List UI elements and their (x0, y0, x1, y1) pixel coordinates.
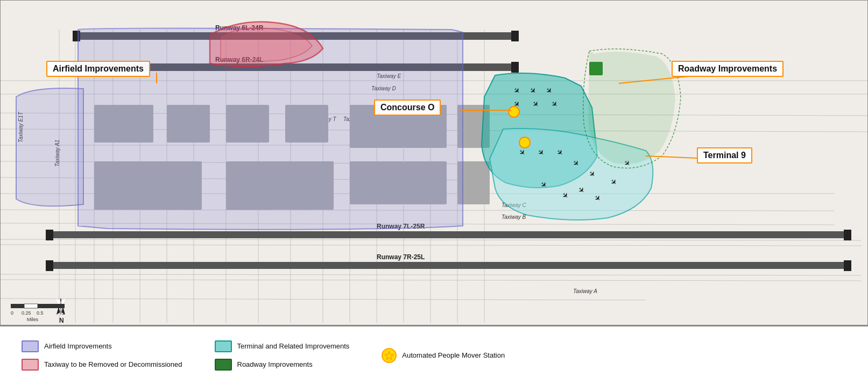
svg-rect-99 (11, 304, 24, 308)
svg-point-88 (509, 106, 519, 117)
svg-text:Taxiway A: Taxiway A (573, 288, 597, 294)
svg-text:0.5: 0.5 (37, 310, 44, 316)
legend-area: Airfield Improvements Taxiway to be Remo… (0, 325, 868, 384)
svg-text:0: 0 (11, 310, 13, 316)
legend-column-1: Airfield Improvements Taxiway to be Remo… (22, 340, 182, 371)
roadway-improvements-annotation: Roadway Improvements (672, 61, 784, 77)
svg-rect-87 (589, 62, 603, 75)
svg-marker-107 (385, 351, 393, 360)
legend-item-apm: Automated People Mover Station (382, 348, 505, 363)
svg-text:1: 1 (62, 310, 65, 316)
svg-rect-42 (844, 230, 851, 240)
map-area: Runway 6L-24R Runway 6R-24L Runway 7L-25… (0, 0, 868, 325)
svg-text:Runway 7R-25L: Runway 7R-25L (377, 253, 425, 261)
legend-swatch-airfield (22, 340, 39, 352)
concourse-o-annotation: Concourse O (374, 99, 441, 116)
legend-swatch-taxiway (22, 359, 39, 371)
legend-item-terminal: Terminal and Related Improvements (215, 340, 350, 352)
svg-rect-44 (844, 260, 851, 271)
svg-rect-41 (46, 230, 53, 240)
svg-rect-35 (48, 231, 850, 238)
legend-item-taxiway: Taxiway to be Removed or Decommissioned (22, 359, 182, 371)
svg-rect-38 (511, 31, 519, 41)
svg-text:N: N (59, 317, 64, 324)
svg-rect-43 (46, 260, 53, 271)
svg-rect-40 (511, 62, 519, 73)
legend-swatch-apm (382, 348, 397, 363)
legend-column-2: Terminal and Related Improvements Roadwa… (215, 340, 350, 371)
map-background: Runway 6L-24R Runway 6R-24L Runway 7L-25… (0, 0, 868, 325)
legend-label-apm: Automated People Mover Station (402, 351, 505, 359)
svg-rect-100 (24, 304, 38, 308)
legend-column-3: Automated People Mover Station (382, 348, 505, 363)
legend-label-airfield: Airfield Improvements (44, 342, 112, 350)
svg-rect-36 (48, 262, 850, 269)
legend-swatch-terminal (215, 340, 232, 352)
legend-label-taxiway: Taxiway to be Removed or Decommissioned (44, 360, 182, 368)
svg-text:Taxiway B: Taxiway B (502, 214, 526, 220)
legend-swatch-roadway (215, 359, 232, 371)
svg-point-89 (519, 137, 530, 148)
svg-text:Miles: Miles (27, 317, 39, 322)
legend-label-terminal: Terminal and Related Improvements (237, 342, 350, 350)
legend-item-roadway: Roadway Improvements (215, 359, 350, 371)
airfield-improvements-annotation: Airfield Improvements (46, 61, 150, 77)
legend-item-airfield: Airfield Improvements (22, 340, 182, 352)
terminal-9-annotation: Terminal 9 (697, 147, 752, 163)
legend-label-roadway: Roadway Improvements (237, 360, 313, 368)
svg-text:0.25: 0.25 (22, 310, 31, 316)
main-container: Runway 6L-24R Runway 6R-24L Runway 7L-25… (0, 0, 868, 384)
svg-rect-101 (38, 304, 65, 308)
